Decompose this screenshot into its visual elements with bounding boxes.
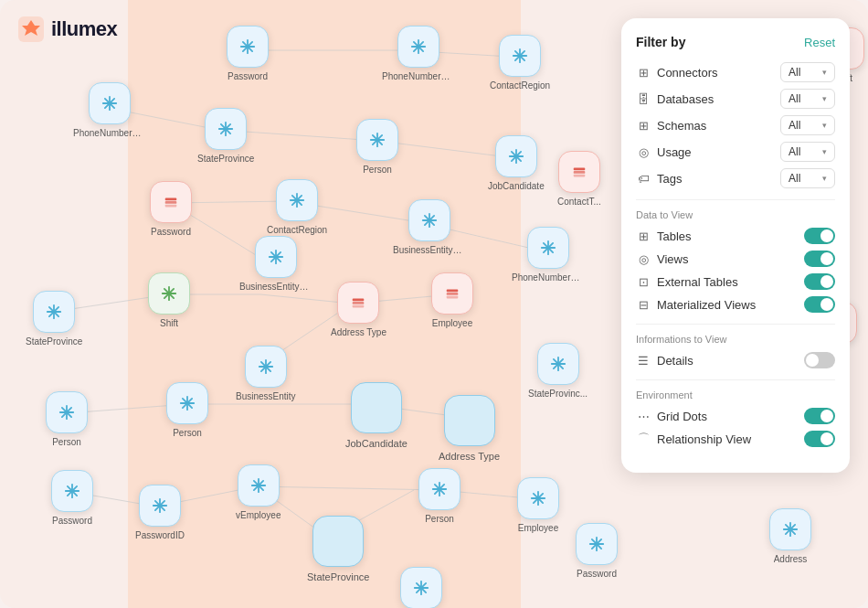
- external-tables-label: External Tables: [657, 275, 738, 289]
- node-n14[interactable]: Address Type: [331, 282, 386, 337]
- filter-panel: Filter by Reset ⊞ Connectors All ▾ 🗄 Dat…: [621, 18, 850, 473]
- node-circle-n11: [527, 227, 569, 269]
- node-label-n3: ContactRegion: [490, 80, 550, 91]
- node-n18[interactable]: StateProvinc...: [528, 343, 587, 399]
- reset-button[interactable]: Reset: [804, 36, 835, 49]
- node-n25[interactable]: vEmployee: [236, 464, 281, 520]
- connectors-select[interactable]: All ▾: [780, 62, 835, 82]
- svg-rect-79: [447, 296, 459, 299]
- details-toggle[interactable]: [804, 352, 835, 368]
- node-n13[interactable]: Shift: [148, 272, 190, 328]
- node-n29[interactable]: Password: [576, 523, 618, 579]
- materialized-views-icon: ⊟: [636, 298, 651, 312]
- toggle-row-materialized-views: ⊟ Materialized Views: [636, 296, 835, 313]
- node-label-n12: BusinessEntityConta...: [239, 282, 312, 292]
- node-n26[interactable]: Person: [418, 468, 460, 524]
- node-n22[interactable]: Address Type: [439, 395, 500, 462]
- svg-rect-74: [353, 299, 365, 302]
- schemas-icon: ⊞: [636, 119, 651, 133]
- filter-row-tags: 🏷 Tags All ▾: [636, 168, 835, 188]
- environment-title: Environment: [636, 389, 835, 400]
- node-label-n31: Address: [774, 554, 808, 564]
- materialized-views-label: Materialized Views: [657, 298, 756, 312]
- node-n3[interactable]: ContactRegion: [490, 35, 550, 91]
- connectors-icon: ⊞: [636, 66, 651, 80]
- node-n17[interactable]: BusinessEntity: [236, 346, 296, 401]
- materialized-views-toggle[interactable]: [804, 296, 835, 313]
- grid-dots-toggle[interactable]: [804, 408, 835, 424]
- toggle-row-external-tables: ⊡ External Tables: [636, 273, 835, 290]
- node-circle-n25: [238, 464, 280, 507]
- toggle-row-details: ☰ Details: [636, 352, 835, 368]
- node-n20[interactable]: Person: [166, 382, 208, 438]
- schemas-select[interactable]: All ▾: [780, 115, 835, 135]
- node-n12[interactable]: BusinessEntityConta...: [239, 236, 312, 292]
- node-n2[interactable]: PhoneNumberType: [382, 26, 455, 81]
- node-label-n26: Person: [425, 514, 454, 524]
- toggle-row-tables: ⊞ Tables: [636, 228, 835, 244]
- node-n11[interactable]: PhoneNumberType: [512, 227, 585, 283]
- node-n10[interactable]: BusinessEntityConta...: [393, 199, 466, 255]
- node-n24[interactable]: PasswordID: [135, 485, 185, 540]
- usage-label: Usage: [657, 145, 692, 159]
- node-n31[interactable]: Address: [769, 508, 811, 564]
- usage-select[interactable]: All ▾: [780, 142, 835, 162]
- node-label-n28: StateProvince: [307, 571, 369, 582]
- tables-toggle[interactable]: [804, 228, 835, 244]
- filter-row-usage: ◎ Usage All ▾: [636, 142, 835, 162]
- connectors-label: Connectors: [657, 66, 717, 80]
- node-label-n9: ContactRegion: [267, 225, 327, 235]
- node-n9[interactable]: ContactRegion: [267, 179, 327, 235]
- filter-row-schemas: ⊞ Schemas All ▾: [636, 115, 835, 135]
- node-label-n17: BusinessEntity: [236, 391, 296, 401]
- relationship-view-label: Relationship View: [657, 432, 751, 446]
- svg-rect-51: [165, 198, 177, 201]
- node-label-n23: Password: [52, 516, 92, 526]
- node-n1[interactable]: Password: [227, 26, 269, 81]
- node-label-n24: PasswordID: [135, 530, 185, 540]
- divider-2: [636, 324, 835, 325]
- relationship-view-toggle[interactable]: [804, 431, 835, 447]
- svg-rect-75: [353, 302, 365, 304]
- node-n4[interactable]: PhoneNumberType: [73, 82, 146, 138]
- node-circle-n23: [51, 470, 93, 512]
- logo-icon: [18, 16, 44, 42]
- node-circle-n1: [227, 26, 269, 68]
- environment-section: Environment ⋯ Grid Dots ⌒ Relationship V…: [636, 389, 835, 447]
- toggle-row-views: ◎ Views: [636, 251, 835, 267]
- node-n8[interactable]: Password: [150, 181, 192, 237]
- logo: illumex: [18, 16, 117, 42]
- node-n7[interactable]: JobCandidate: [488, 135, 545, 191]
- node-n19[interactable]: Person: [46, 391, 88, 447]
- node-n16[interactable]: StateProvince: [26, 291, 82, 347]
- node-circle-n8: [150, 181, 192, 223]
- node-n23[interactable]: Password: [51, 470, 93, 526]
- tags-select[interactable]: All ▾: [780, 168, 835, 188]
- node-label-n29: Password: [577, 569, 617, 579]
- node-n5[interactable]: StateProvince: [197, 108, 254, 164]
- node-n21[interactable]: JobCandidate: [345, 382, 408, 449]
- node-circle-n2: [397, 26, 439, 68]
- node-n27[interactable]: Employee: [517, 477, 559, 533]
- node-circle-n9: [276, 179, 318, 221]
- node-label-n5: StateProvince: [197, 154, 254, 164]
- views-toggle[interactable]: [804, 251, 835, 267]
- node-n28[interactable]: StateProvince: [307, 516, 369, 582]
- node-n30[interactable]: EmailAddress: [393, 567, 450, 608]
- node-n6[interactable]: Person: [356, 119, 398, 175]
- node-label-n6: Person: [363, 165, 392, 175]
- divider-3: [636, 379, 835, 380]
- node-label-n22: Address Type: [439, 451, 500, 462]
- node-n15[interactable]: Employee: [431, 272, 473, 328]
- databases-select[interactable]: All ▾: [780, 89, 835, 109]
- relationship-view-icon: ⌒: [636, 431, 651, 447]
- node-circle-n13: [148, 272, 190, 315]
- node-n33[interactable]: ContactT...: [557, 151, 601, 207]
- node-label-n33: ContactT...: [557, 197, 601, 207]
- grid-dots-label: Grid Dots: [657, 410, 707, 423]
- toggle-row-grid-dots: ⋯ Grid Dots: [636, 408, 835, 424]
- external-tables-toggle[interactable]: [804, 273, 835, 290]
- tags-label: Tags: [657, 172, 682, 186]
- views-label: Views: [657, 252, 688, 266]
- details-icon: ☰: [636, 354, 651, 368]
